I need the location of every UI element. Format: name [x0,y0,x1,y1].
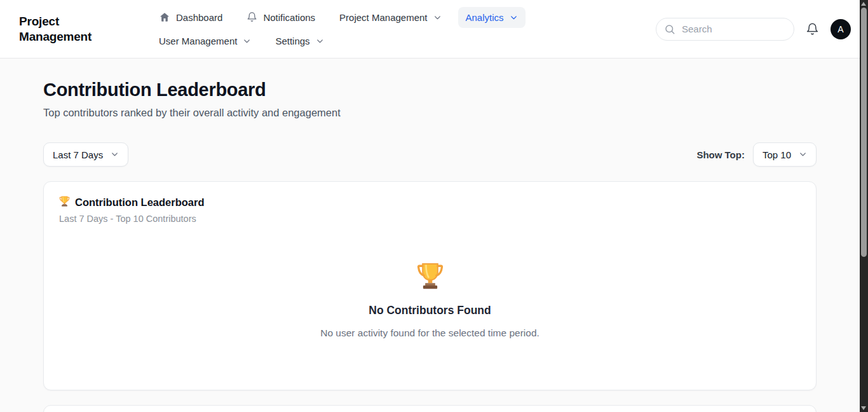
bell-icon [247,11,257,23]
show-top-select[interactable]: Top 10 [753,142,817,167]
nav-label: Project Management [339,12,427,23]
nav-label: User Management [159,36,237,46]
scrollbar-down-arrow[interactable] [861,406,866,410]
scrollbar-thumb[interactable] [861,8,867,257]
nav-label: Analytics [466,12,504,23]
vertical-scrollbar[interactable] [860,0,868,412]
main-content: Contribution Leaderboard Top contributor… [43,58,817,412]
filter-row: Last 7 Days Show Top: Top 10 [43,142,817,167]
search-box [656,18,794,41]
chevron-down-icon [316,37,324,45]
chevron-down-icon [510,13,518,22]
chevron-down-icon [433,13,442,22]
nav-notifications[interactable]: Notifications [239,6,323,28]
notification-bell-icon[interactable] [806,22,819,36]
leaderboard-card-subtitle: Last 7 Days - Top 10 Contributors [59,214,801,224]
nav-label: Notifications [263,12,315,23]
trophy-icon [59,196,70,209]
empty-state: No Contributors Found No user activity f… [59,224,801,376]
app-header: Project Management Dashboard Notificatio… [0,0,860,58]
nav-project-management[interactable]: Project Management [332,7,449,28]
main-nav: Dashboard Notifications Project Manageme… [151,6,558,52]
scoring-system-card: Scoring System [43,405,817,412]
empty-state-message: No user activity found for the selected … [320,327,539,339]
empty-state-title: No Contributors Found [369,304,491,317]
app-logo[interactable]: Project Management [19,14,114,43]
show-top-label: Show Top: [696,149,745,160]
nav-analytics[interactable]: Analytics [458,7,526,28]
chevron-down-icon [243,37,251,45]
home-icon [159,11,170,23]
chevron-down-icon [799,149,807,160]
leaderboard-card-title: Contribution Leaderboard [75,196,205,209]
page-subtitle: Top contributors ranked by their overall… [43,107,817,119]
leaderboard-card: Contribution Leaderboard Last 7 Days - T… [43,181,817,390]
time-period-value: Last 7 Days [53,149,103,160]
nav-settings[interactable]: Settings [268,31,331,52]
avatar[interactable]: A [831,19,851,39]
nav-label: Dashboard [176,12,222,23]
nav-dashboard[interactable]: Dashboard [151,6,230,28]
page: Project Management Dashboard Notificatio… [0,0,860,412]
scrollbar-up-arrow[interactable] [861,2,866,6]
chevron-down-icon [111,149,119,160]
show-top-group: Show Top: Top 10 [696,142,817,167]
nav-label: Settings [275,36,309,46]
trophy-icon [417,262,444,290]
search-input[interactable] [656,18,794,41]
nav-user-management[interactable]: User Management [151,31,259,52]
page-title: Contribution Leaderboard [43,79,817,100]
show-top-value: Top 10 [763,149,791,160]
time-period-select[interactable]: Last 7 Days [43,142,128,167]
header-right: A [656,18,851,41]
